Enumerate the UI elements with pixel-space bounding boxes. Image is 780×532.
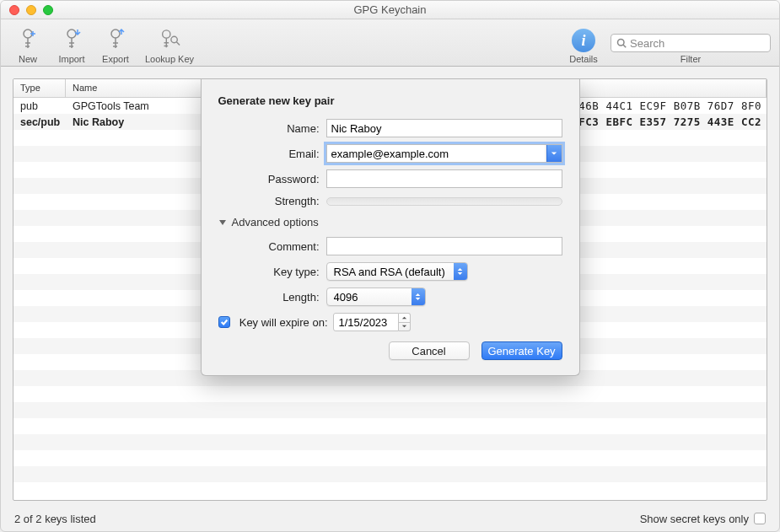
key-plus-icon	[17, 27, 39, 52]
status-text: 2 of 2 keys listed	[14, 513, 96, 525]
cancel-button[interactable]: Cancel	[389, 341, 470, 360]
length-label: Length:	[218, 291, 326, 304]
expire-date-input[interactable]	[333, 313, 399, 331]
chevron-down-icon[interactable]	[546, 145, 562, 162]
expire-checkbox[interactable]	[218, 316, 230, 328]
toolbar-label: Export	[102, 54, 129, 64]
cell-type: pub	[13, 100, 66, 112]
step-up-icon[interactable]	[399, 314, 410, 323]
email-label: Email:	[218, 148, 326, 160]
name-label: Name:	[218, 122, 326, 135]
table-row-empty	[13, 466, 767, 482]
toolbar-label: Details	[569, 54, 598, 64]
cell-fingerprint: FC3 EBFC E357 7275 443E CC2	[572, 116, 767, 128]
sheet-title: Generate new key pair	[218, 94, 562, 107]
table-row-empty	[13, 418, 767, 434]
table-row-empty	[13, 434, 767, 450]
zoom-window-button[interactable]	[43, 5, 53, 15]
toolbar-group-left: New Import Export Lookup Key	[9, 27, 198, 64]
expire-row: Key will expire on:	[218, 313, 562, 331]
svg-point-5	[618, 40, 625, 46]
search-input[interactable]: Search	[611, 34, 771, 52]
comment-label: Comment:	[218, 240, 326, 253]
new-key-button[interactable]: New	[9, 27, 46, 64]
strength-label: Strength:	[218, 195, 326, 207]
key-up-icon	[105, 27, 126, 52]
status-bar: 2 of 2 keys listed Show secret keys only	[1, 506, 779, 531]
toolbar-group-right: i Details Search Filter	[565, 29, 771, 64]
svg-point-4	[171, 36, 177, 42]
minimize-window-button[interactable]	[26, 5, 36, 15]
import-key-button[interactable]: Import	[53, 27, 90, 64]
date-stepper[interactable]	[399, 313, 411, 331]
toolbar-label: Import	[58, 54, 84, 64]
show-secret-label: Show secret keys only	[640, 513, 749, 525]
info-icon: i	[572, 29, 595, 52]
name-input[interactable]	[326, 119, 562, 137]
password-label: Password:	[218, 173, 326, 185]
new-key-sheet: Generate new key pair Name: Email:	[201, 79, 580, 376]
toolbar-label: Lookup Key	[145, 54, 194, 64]
key-search-icon	[159, 27, 180, 52]
app-window: GPG Keychain New Import Export	[0, 0, 780, 532]
advanced-disclosure[interactable]: Advanced options	[218, 216, 562, 228]
key-table: Type Name pubGPGTools Team46B 44C1 EC9F …	[13, 78, 767, 501]
toolbar: New Import Export Lookup Key	[1, 19, 779, 67]
key-down-icon	[61, 27, 83, 52]
toolbar-label: New	[19, 54, 37, 64]
table-row-empty	[13, 386, 767, 402]
email-combo[interactable]	[326, 144, 562, 163]
check-icon	[220, 318, 229, 326]
keytype-select[interactable]: RSA and RSA (default)	[326, 262, 468, 281]
close-window-button[interactable]	[9, 5, 19, 15]
svg-point-1	[67, 30, 76, 38]
details-button[interactable]: i Details	[565, 29, 602, 64]
column-type[interactable]: Type	[13, 79, 66, 97]
strength-meter	[326, 197, 562, 206]
generate-key-button[interactable]: Generate Key	[481, 341, 562, 360]
disclosure-triangle-icon	[218, 218, 227, 227]
show-secret-checkbox[interactable]	[754, 513, 766, 524]
keytype-label: Key type:	[218, 266, 326, 278]
export-key-button[interactable]: Export	[97, 27, 134, 64]
table-row-empty	[13, 450, 767, 466]
comment-input[interactable]	[326, 237, 562, 255]
search-wrap: Search Filter	[611, 34, 771, 64]
titlebar: GPG Keychain	[1, 1, 779, 19]
window-title: GPG Keychain	[1, 3, 779, 16]
show-secret-toggle[interactable]: Show secret keys only	[640, 513, 766, 525]
password-input[interactable]	[326, 169, 562, 188]
svg-point-3	[163, 30, 170, 38]
window-controls	[9, 5, 53, 15]
lookup-key-button[interactable]: Lookup Key	[141, 27, 198, 64]
advanced-label: Advanced options	[232, 216, 319, 228]
cell-type: sec/pub	[13, 116, 66, 128]
search-placeholder: Search	[630, 37, 664, 50]
svg-point-2	[111, 30, 120, 38]
cell-fingerprint: 46B 44C1 EC9F B07B 76D7 8F0	[572, 99, 767, 112]
toolbar-label: Filter	[680, 54, 701, 64]
expire-label: Key will expire on:	[235, 316, 328, 329]
email-input[interactable]	[327, 145, 545, 162]
length-select[interactable]: 4096	[326, 287, 426, 306]
search-icon	[616, 38, 627, 48]
content-area: Type Name pubGPGTools Team46B 44C1 EC9F …	[1, 67, 779, 531]
table-row-empty	[13, 402, 767, 418]
step-down-icon[interactable]	[399, 323, 410, 331]
